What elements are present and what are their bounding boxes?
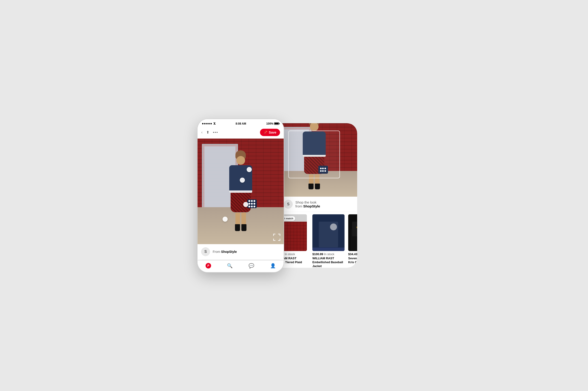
from-source-bar: S From ShopStyle <box>197 244 284 259</box>
signal-dot <box>208 123 210 124</box>
signal-indicator: 𝚾 <box>202 122 215 125</box>
product-name-2: WILLIAM RAST Embellished Baseball Jacket <box>312 257 344 268</box>
pin-icon: 📌 <box>264 131 267 134</box>
bag-dots: ⬤ ⬤ ⬤⬤ ⬤ ⬤⬤ ⬤ ⬤ <box>248 200 255 208</box>
nav-left-controls: ‹ ⬆ ••• <box>201 130 218 135</box>
wifi-icon: 𝚾 <box>213 122 215 125</box>
shop-source-name: ShopStyle <box>303 204 320 208</box>
product-card-3[interactable]: ★ $34.43 In st Seven Dia Kris Com <box>346 212 357 268</box>
product-scroll: Exact match $59.99 In stock WILLIAM RAST… <box>271 212 357 268</box>
person-legs <box>227 213 255 224</box>
selection-box <box>288 131 340 178</box>
source-avatar: S <box>201 247 210 256</box>
jacket-cuff <box>229 191 252 193</box>
time-display: 8:08 AM <box>236 122 246 125</box>
signal-dot <box>202 123 203 124</box>
boot-image-bg: ★ <box>348 214 357 251</box>
right-phone: ⬤ ⬤ ⬤⬤ ⬤ ⬤ × S Shop the look from ShopSt… <box>271 123 357 268</box>
shopping-dot-3[interactable] <box>243 202 248 207</box>
battery-percent: 100% <box>266 122 273 125</box>
status-bar-left: 𝚾 8:08 AM 100% <box>197 119 284 127</box>
from-text: From ShopStyle <box>213 250 237 254</box>
shop-header: × S Shop the look from ShopStyle <box>271 197 357 212</box>
product-name-3: Seven Dia Kris Com <box>348 257 357 264</box>
person-bag: ⬤ ⬤ ⬤⬤ ⬤ ⬤⬤ ⬤ ⬤ <box>247 199 257 208</box>
battery-indicator: 100% <box>266 122 279 125</box>
person-head-area <box>227 150 255 165</box>
navigation-bar: ‹ ⬆ ••• 📌 Save <box>197 127 284 139</box>
profile-icon: 👤 <box>270 263 276 269</box>
save-label: Save <box>269 131 276 134</box>
product-image-3: ★ <box>348 214 357 251</box>
shopping-dot-4[interactable] <box>223 217 228 222</box>
shop-source-avatar: S <box>284 200 293 208</box>
pinterest-icon: P <box>206 263 211 269</box>
scene: 𝚾 8:08 AM 100% ‹ ⬆ ••• 📌 Save <box>0 0 588 391</box>
person-face <box>236 156 245 165</box>
shop-panel: × S Shop the look from ShopStyle <box>271 197 357 268</box>
scan-icon[interactable] <box>273 234 281 241</box>
person-boots <box>227 224 255 231</box>
person-leg-right <box>241 213 246 224</box>
shopping-dot-1[interactable] <box>247 167 252 172</box>
signal-dot <box>206 123 208 124</box>
share-button[interactable]: ⬆ <box>206 130 209 134</box>
bottom-navigation: P 🔍 💬 👤 <box>197 260 284 272</box>
save-button[interactable]: 📌 Save <box>260 129 280 136</box>
source-name: ShopStyle <box>221 250 237 254</box>
shopping-dot-2[interactable] <box>240 178 245 183</box>
person-boot-left <box>235 224 240 231</box>
nav-profile[interactable]: 👤 <box>270 263 276 269</box>
product-image-2 <box>312 214 344 251</box>
more-button[interactable]: ••• <box>213 130 218 134</box>
signal-dot <box>210 123 212 124</box>
nav-home[interactable]: P <box>206 263 211 269</box>
battery-icon <box>274 122 279 125</box>
battery-fill <box>275 123 279 124</box>
chat-icon: 💬 <box>249 263 254 269</box>
person-leg-left <box>235 213 240 224</box>
left-phone: 𝚾 8:08 AM 100% ‹ ⬆ ••• 📌 Save <box>197 119 284 272</box>
shop-header-text: Shop the look from ShopStyle <box>295 200 320 208</box>
product-price-3: $34.43 In st <box>348 252 357 256</box>
back-button[interactable]: ‹ <box>201 130 203 135</box>
nav-chat[interactable]: 💬 <box>249 263 254 269</box>
product-price-2: $100.99 In stock <box>312 252 344 256</box>
person-boot-right <box>241 224 246 231</box>
product-card-2[interactable]: $100.99 In stock WILLIAM RAST Embellishe… <box>309 212 346 268</box>
search-icon: 🔍 <box>227 263 233 269</box>
nav-search[interactable]: 🔍 <box>227 263 233 269</box>
jacket-image-bg <box>312 214 344 251</box>
pin-image: ⬤ ⬤ ⬤⬤ ⬤ ⬤⬤ ⬤ ⬤ <box>197 139 284 244</box>
pin-image-right: ⬤ ⬤ ⬤⬤ ⬤ ⬤ <box>271 123 357 197</box>
signal-dot <box>204 123 206 124</box>
person-figure: ⬤ ⬤ ⬤⬤ ⬤ ⬤⬤ ⬤ ⬤ <box>227 150 255 228</box>
